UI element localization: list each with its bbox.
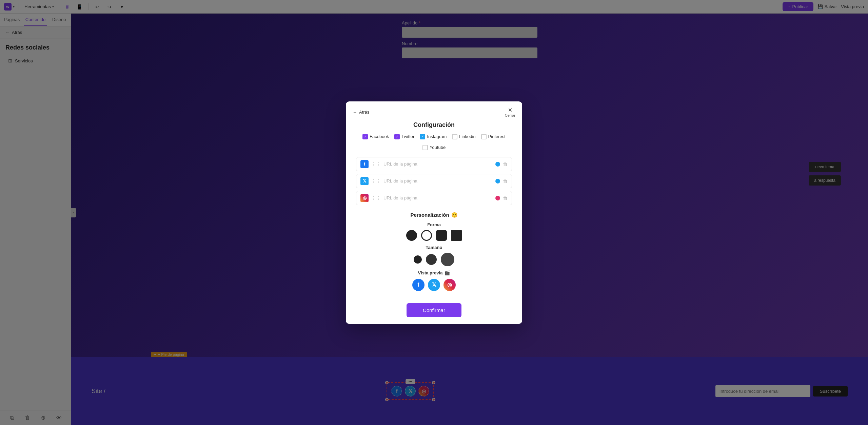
modal-title: Configuración: [346, 120, 522, 134]
facebook-row-drag-handle[interactable]: ⋮⋮: [371, 161, 381, 167]
twitter-row-icon: 𝕏: [360, 177, 369, 185]
pinterest-label: Pinterest: [488, 134, 506, 139]
modal-dialog: ← Atrás ✕ Cerrar Configuración ✓ Faceboo…: [346, 101, 522, 324]
modal-back-arrow-icon: ←: [353, 110, 357, 115]
close-x-icon: ✕: [508, 107, 512, 113]
checkbox-linkedin[interactable]: Linkedin: [452, 134, 475, 139]
instagram-row-icon: ◎: [360, 194, 369, 202]
pinterest-checkbox[interactable]: [481, 134, 487, 139]
square-shape: [451, 230, 462, 241]
forma-label: Forma: [353, 222, 515, 227]
personalization-section: Personalización 😊 Forma Tamaño: [346, 211, 522, 303]
youtube-checkbox[interactable]: [422, 145, 428, 150]
linkedin-label: Linkedin: [459, 134, 475, 139]
preview-emoji: 🎬: [445, 270, 450, 275]
twitter-row: 𝕏 ⋮⋮ URL de la página 🗑: [356, 174, 512, 188]
modal-close-label: Cerrar: [505, 113, 515, 117]
facebook-row-delete-button[interactable]: 🗑: [503, 161, 508, 167]
tamano-large[interactable]: [441, 253, 454, 266]
checkbox-instagram[interactable]: ✓ Instagram: [420, 134, 447, 139]
linkedin-checkbox[interactable]: [452, 134, 457, 139]
forma-options: [353, 230, 515, 241]
forma-filled-circle[interactable]: [406, 230, 417, 241]
twitter-row-color-picker[interactable]: [495, 179, 500, 183]
forma-rounded-square[interactable]: [436, 230, 447, 241]
social-rows: f ⋮⋮ URL de la página 🗑 𝕏 ⋮⋮ URL de la p…: [346, 157, 522, 211]
instagram-row-color-picker[interactable]: [495, 196, 500, 200]
tamano-label: Tamaño: [353, 245, 515, 250]
modal-back-button[interactable]: ← Atrás: [353, 110, 369, 115]
checkbox-facebook[interactable]: ✓ Facebook: [362, 134, 389, 139]
confirm-button[interactable]: Confirmar: [407, 303, 461, 317]
instagram-label: Instagram: [427, 134, 447, 139]
forma-outline-circle[interactable]: [421, 230, 432, 241]
tamano-small[interactable]: [414, 255, 422, 264]
facebook-row-icon: f: [360, 160, 369, 168]
instagram-row-delete-button[interactable]: 🗑: [503, 195, 508, 201]
personalization-title: Personalización 😊: [353, 212, 515, 218]
twitter-row-delete-button[interactable]: 🗑: [503, 178, 508, 184]
instagram-row-url[interactable]: URL de la página: [383, 195, 493, 200]
instagram-row: ◎ ⋮⋮ URL de la página 🗑: [356, 191, 512, 205]
preview-label: Vista previa 🎬: [353, 270, 515, 275]
rounded-square-shape: [436, 230, 447, 241]
tamano-options: [353, 253, 515, 266]
tamano-medium[interactable]: [426, 254, 437, 265]
twitter-row-drag-handle[interactable]: ⋮⋮: [371, 178, 381, 184]
preview-icons: f 𝕏 ◎: [353, 279, 515, 291]
facebook-checkbox[interactable]: ✓: [362, 134, 368, 139]
facebook-row-color-picker[interactable]: [495, 162, 500, 167]
modal-close-button[interactable]: ✕ Cerrar: [505, 107, 515, 117]
youtube-label: Youtube: [430, 145, 446, 150]
instagram-checkbox[interactable]: ✓: [420, 134, 425, 139]
facebook-row-url[interactable]: URL de la página: [383, 161, 493, 167]
checkbox-pinterest[interactable]: Pinterest: [481, 134, 506, 139]
forma-square[interactable]: [451, 230, 462, 241]
instagram-row-drag-handle[interactable]: ⋮⋮: [371, 195, 381, 201]
outline-circle-shape: [421, 230, 432, 241]
filled-circle-shape: [406, 230, 417, 241]
twitter-row-url[interactable]: URL de la página: [383, 178, 493, 183]
facebook-row: f ⋮⋮ URL de la página 🗑: [356, 157, 512, 171]
modal-header: ← Atrás ✕ Cerrar: [346, 101, 522, 120]
preview-facebook-icon: f: [412, 279, 425, 291]
modal-checkboxes: ✓ Facebook ✓ Twitter ✓ Instagram Linkedi…: [346, 134, 522, 157]
twitter-label: Twitter: [401, 134, 414, 139]
preview-instagram-icon: ◎: [443, 279, 456, 291]
checkbox-twitter[interactable]: ✓ Twitter: [394, 134, 414, 139]
modal-overlay[interactable]: ← Atrás ✕ Cerrar Configuración ✓ Faceboo…: [0, 0, 868, 425]
facebook-label: Facebook: [370, 134, 389, 139]
checkbox-youtube[interactable]: Youtube: [422, 145, 446, 150]
personalization-emoji: 😊: [451, 212, 458, 218]
modal-back-label: Atrás: [359, 110, 369, 115]
twitter-checkbox[interactable]: ✓: [394, 134, 400, 139]
preview-twitter-icon: 𝕏: [428, 279, 440, 291]
